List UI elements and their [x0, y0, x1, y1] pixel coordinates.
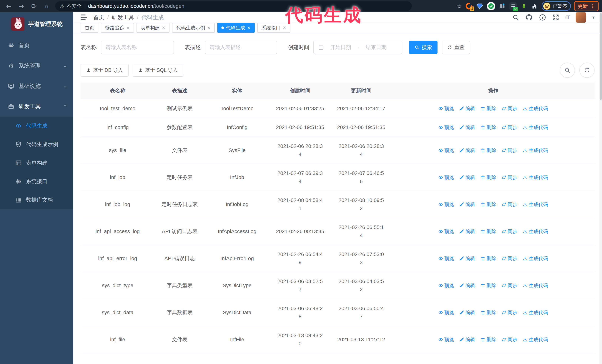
preview-link[interactable]: 预览 [439, 146, 454, 154]
import-db-button[interactable]: 基于 DB 导入 [81, 64, 129, 77]
edit-link[interactable]: 编辑 [460, 281, 475, 290]
help-icon[interactable]: ? [539, 14, 546, 21]
collapse-menu-icon[interactable] [81, 14, 88, 21]
edit-link[interactable]: 编辑 [460, 146, 475, 154]
edit-link[interactable]: 编辑 [460, 308, 475, 317]
date-range-picker[interactable]: - [313, 41, 402, 54]
table-desc-input[interactable] [210, 44, 272, 50]
scrollbar-thumb[interactable] [600, 13, 602, 100]
edit-link[interactable]: 编辑 [460, 254, 475, 262]
search-button[interactable]: 搜索 [409, 41, 438, 54]
delete-link[interactable]: 删除 [481, 335, 496, 344]
reload-icon[interactable]: ⟳ [29, 1, 39, 11]
delete-link[interactable]: 删除 [481, 281, 496, 290]
sidebar-subitem-2[interactable]: 表单构建 [0, 154, 73, 172]
delete-link[interactable]: 删除 [481, 200, 496, 208]
sync-link[interactable]: 同步 [502, 123, 517, 131]
edit-link[interactable]: 编辑 [460, 200, 475, 208]
delete-link[interactable]: 删除 [481, 104, 496, 113]
delete-link[interactable]: 删除 [481, 308, 496, 317]
sync-link[interactable]: 同步 [502, 335, 517, 344]
generate-code-link[interactable]: 生成代码 [523, 200, 548, 208]
github-icon[interactable] [525, 14, 533, 21]
delete-link[interactable]: 删除 [481, 146, 496, 154]
preview-link[interactable]: 预览 [439, 123, 454, 131]
user-menu-caret-icon[interactable]: ▾ [592, 15, 595, 20]
extension-icon-puzzle[interactable] [531, 2, 538, 10]
close-tab-icon[interactable]: × [162, 26, 165, 30]
sync-link[interactable]: 同步 [502, 281, 517, 290]
user-avatar[interactable] [576, 12, 586, 23]
sidebar-item-2[interactable]: 基础设施⌄ [0, 76, 73, 96]
refresh-table-button[interactable] [580, 62, 595, 78]
edit-link[interactable]: 编辑 [460, 335, 475, 344]
reset-button[interactable]: 重置 [441, 41, 470, 54]
browser-update-button[interactable]: 更新 ⋮ [574, 1, 599, 11]
extension-icon-bug[interactable] [520, 2, 527, 10]
sync-link[interactable]: 同步 [502, 200, 517, 208]
delete-link[interactable]: 删除 [481, 254, 496, 262]
preview-link[interactable]: 预览 [439, 254, 454, 262]
sidebar-subitem-1[interactable]: 代码生成示例 [0, 135, 73, 154]
security-chip[interactable]: ⚠不安全 [60, 3, 82, 10]
generate-code-link[interactable]: 生成代码 [523, 146, 548, 154]
sidebar-item-0[interactable]: 首页 [0, 35, 73, 56]
sync-link[interactable]: 同步 [502, 104, 517, 113]
delete-link[interactable]: 删除 [481, 173, 496, 181]
generate-code-link[interactable]: 生成代码 [523, 227, 548, 236]
close-tab-icon[interactable]: × [247, 26, 251, 30]
sidebar-item-3[interactable]: 研发工具⌃ [0, 96, 73, 117]
sidebar-logo-row[interactable]: 芋道管理系统 [0, 12, 73, 35]
sync-link[interactable]: 同步 [502, 308, 517, 317]
extension-icon-green-check[interactable] [487, 2, 495, 10]
close-tab-icon[interactable]: × [126, 26, 130, 30]
home-icon[interactable]: ⌂ [41, 1, 52, 11]
sidebar-subitem-0[interactable]: 代码生成 [0, 117, 73, 135]
generate-code-link[interactable]: 生成代码 [523, 104, 548, 113]
import-sql-button[interactable]: 基于 SQL 导入 [133, 64, 183, 77]
tab-4[interactable]: 代码生成× [217, 23, 255, 32]
delete-link[interactable]: 删除 [481, 123, 496, 131]
extension-icon-gem[interactable] [476, 2, 484, 10]
search-icon[interactable] [512, 14, 519, 21]
tab-0[interactable]: 首页 [81, 23, 98, 32]
table-name-input[interactable] [106, 44, 169, 50]
edit-link[interactable]: 编辑 [460, 104, 475, 113]
generate-code-link[interactable]: 生成代码 [523, 308, 548, 317]
start-date-input[interactable] [327, 44, 355, 50]
tab-2[interactable]: 表单构建× [137, 23, 170, 32]
preview-link[interactable]: 预览 [439, 173, 454, 181]
profile-paused-pill[interactable]: 已暂停 [542, 1, 571, 11]
browser-menu-dots-icon[interactable]: ⋮ [590, 3, 595, 9]
back-icon[interactable]: ← [3, 1, 14, 11]
generate-code-link[interactable]: 生成代码 [523, 254, 548, 262]
fullscreen-icon[interactable] [552, 14, 559, 21]
tab-3[interactable]: 代码生成示例× [172, 23, 215, 32]
edit-link[interactable]: 编辑 [460, 173, 475, 181]
sidebar-subitem-4[interactable]: 数据库文档 [0, 191, 73, 209]
text-size-icon[interactable]: tT [565, 14, 570, 21]
sync-link[interactable]: 同步 [502, 227, 517, 236]
tab-1[interactable]: 链路追踪× [101, 23, 134, 32]
breadcrumb-item-0[interactable]: 首页 [93, 14, 112, 21]
edit-link[interactable]: 编辑 [460, 227, 475, 236]
preview-link[interactable]: 预览 [439, 281, 454, 290]
generate-code-link[interactable]: 生成代码 [523, 335, 548, 344]
sync-link[interactable]: 同步 [502, 173, 517, 181]
close-tab-icon[interactable]: × [207, 26, 211, 30]
preview-link[interactable]: 预览 [439, 308, 454, 317]
preview-link[interactable]: 预览 [439, 335, 454, 344]
edit-link[interactable]: 编辑 [460, 123, 475, 131]
extension-icon-on[interactable]: on [509, 2, 517, 10]
bookmark-star-icon[interactable]: ☆ [456, 2, 462, 10]
preview-link[interactable]: 预览 [439, 227, 454, 236]
sync-link[interactable]: 同步 [502, 254, 517, 262]
extension-icon-columns[interactable] [499, 2, 506, 10]
sidebar-item-1[interactable]: ⚙系统管理⌄ [0, 56, 73, 76]
end-date-input[interactable] [362, 44, 390, 50]
breadcrumb-item-1[interactable]: 研发工具 [112, 14, 141, 21]
preview-link[interactable]: 预览 [439, 104, 454, 113]
generate-code-link[interactable]: 生成代码 [523, 123, 548, 131]
preview-link[interactable]: 预览 [439, 200, 454, 208]
generate-code-link[interactable]: 生成代码 [523, 173, 548, 181]
